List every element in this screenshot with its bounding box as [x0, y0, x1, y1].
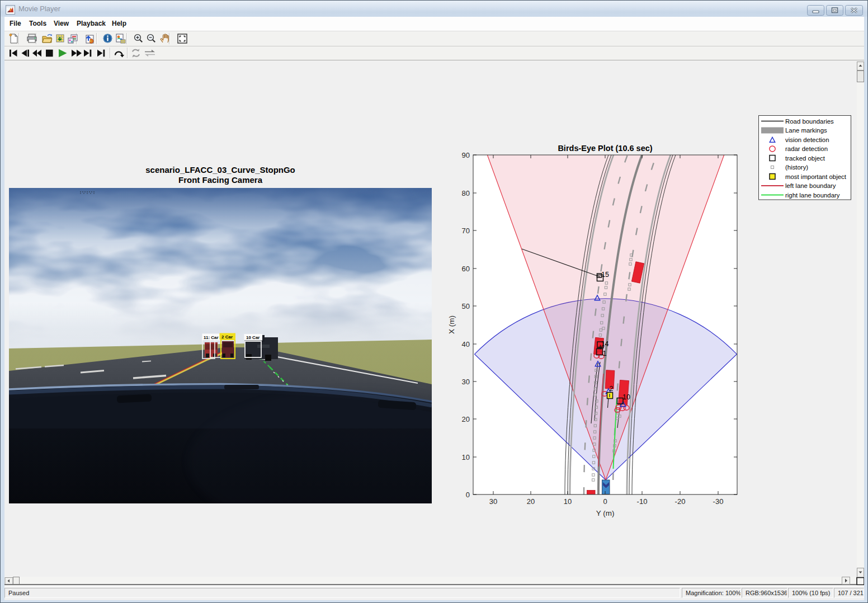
- svg-text:Road boundaries: Road boundaries: [785, 118, 834, 125]
- svg-text:radar detection: radar detection: [785, 145, 828, 152]
- svg-text:vision detection: vision detection: [785, 136, 829, 143]
- svg-text:X (m): X (m): [447, 315, 456, 334]
- svg-text:right lane boundary: right lane boundary: [785, 192, 840, 199]
- svg-text:70: 70: [462, 227, 470, 235]
- svg-text:0: 0: [466, 491, 470, 499]
- svg-text:10: 10: [564, 497, 572, 506]
- svg-text:40: 40: [462, 340, 470, 348]
- svg-text:2: 2: [610, 385, 614, 393]
- svg-text:Birds-Eye Plot (10.6 sec): Birds-Eye Plot (10.6 sec): [558, 144, 652, 153]
- svg-text:10: 10: [622, 393, 630, 401]
- svg-text:-10: -10: [637, 497, 648, 506]
- svg-text:14: 14: [601, 340, 609, 348]
- svg-text:80: 80: [462, 189, 470, 197]
- svg-text:60: 60: [462, 265, 470, 273]
- svg-text:-20: -20: [675, 497, 686, 506]
- svg-text:Lane markings: Lane markings: [785, 127, 827, 134]
- svg-text:left lane boundary: left lane boundary: [785, 182, 836, 189]
- svg-text:20: 20: [462, 415, 470, 423]
- svg-text:30: 30: [462, 378, 470, 386]
- svg-text:30: 30: [489, 497, 497, 506]
- svg-text:(history): (history): [785, 164, 808, 171]
- svg-text:Y (m): Y (m): [596, 509, 615, 517]
- svg-text:1: 1: [603, 350, 607, 357]
- svg-text:-30: -30: [713, 497, 724, 506]
- svg-text:15: 15: [601, 271, 609, 279]
- svg-text:90: 90: [462, 151, 470, 159]
- svg-text:most important object: most important object: [785, 173, 847, 180]
- svg-text:20: 20: [527, 497, 535, 506]
- svg-text:0: 0: [603, 497, 607, 506]
- svg-text:tracked object: tracked object: [785, 155, 825, 162]
- svg-text:10: 10: [462, 453, 470, 461]
- svg-text:50: 50: [462, 302, 470, 310]
